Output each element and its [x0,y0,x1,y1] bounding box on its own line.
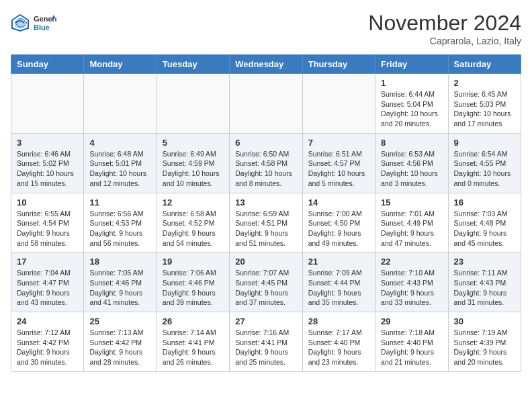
day-of-week-header: Friday [375,55,448,74]
day-info: Sunrise: 7:10 AM Sunset: 4:43 PM Dayligh… [381,268,442,308]
day-number: 15 [381,197,442,208]
day-number: 11 [89,197,150,208]
day-number: 25 [89,316,150,326]
calendar-day-cell: 16Sunrise: 7:03 AM Sunset: 4:48 PM Dayli… [448,193,521,253]
calendar-day-cell: 28Sunrise: 7:17 AM Sunset: 4:40 PM Dayli… [302,312,375,372]
day-info: Sunrise: 7:13 AM Sunset: 4:42 PM Dayligh… [89,328,150,367]
day-info: Sunrise: 6:56 AM Sunset: 4:53 PM Dayligh… [89,209,150,248]
calendar-day-cell: 15Sunrise: 7:01 AM Sunset: 4:49 PM Dayli… [375,193,448,253]
day-info: Sunrise: 6:53 AM Sunset: 4:56 PM Dayligh… [381,149,442,189]
calendar-day-cell: 9Sunrise: 6:54 AM Sunset: 4:55 PM Daylig… [448,133,521,193]
day-number: 3 [17,138,78,148]
day-info: Sunrise: 7:05 AM Sunset: 4:46 PM Dayligh… [89,268,150,308]
logo-text: General Blue [32,11,56,35]
svg-text:General: General [34,15,56,23]
logo-icon [11,13,30,32]
calendar-week-row: 1Sunrise: 6:44 AM Sunset: 5:04 PM Daylig… [11,74,521,134]
calendar-day-cell [84,74,157,134]
day-of-week-header: Wednesday [230,55,302,74]
day-of-week-header: Thursday [302,55,375,74]
calendar-day-cell: 30Sunrise: 7:19 AM Sunset: 4:39 PM Dayli… [448,312,521,372]
calendar-day-cell: 7Sunrise: 6:51 AM Sunset: 4:57 PM Daylig… [302,133,375,193]
day-info: Sunrise: 7:11 AM Sunset: 4:43 PM Dayligh… [454,268,515,308]
day-number: 5 [163,138,224,148]
calendar-week-row: 17Sunrise: 7:04 AM Sunset: 4:47 PM Dayli… [11,253,521,312]
calendar-week-row: 3Sunrise: 6:46 AM Sunset: 5:02 PM Daylig… [11,133,521,193]
calendar-day-cell: 14Sunrise: 7:00 AM Sunset: 4:50 PM Dayli… [302,193,375,253]
calendar-day-cell: 23Sunrise: 7:11 AM Sunset: 4:43 PM Dayli… [448,253,521,312]
day-number: 6 [235,138,296,148]
day-info: Sunrise: 6:45 AM Sunset: 5:03 PM Dayligh… [454,89,515,129]
day-info: Sunrise: 6:55 AM Sunset: 4:54 PM Dayligh… [17,209,78,248]
day-number: 26 [163,316,224,326]
day-info: Sunrise: 7:07 AM Sunset: 4:45 PM Dayligh… [235,268,296,308]
day-info: Sunrise: 6:58 AM Sunset: 4:52 PM Dayligh… [163,209,224,248]
calendar-day-cell [230,74,302,134]
day-number: 14 [308,197,369,208]
calendar-day-cell [157,74,229,134]
calendar-day-cell: 12Sunrise: 6:58 AM Sunset: 4:52 PM Dayli… [157,193,229,253]
calendar-day-cell: 20Sunrise: 7:07 AM Sunset: 4:45 PM Dayli… [230,253,302,312]
calendar-day-cell: 27Sunrise: 7:16 AM Sunset: 4:41 PM Dayli… [230,312,302,372]
day-number: 17 [17,257,78,267]
calendar-day-cell: 5Sunrise: 6:49 AM Sunset: 4:59 PM Daylig… [157,133,229,193]
day-number: 20 [235,257,296,267]
day-info: Sunrise: 7:18 AM Sunset: 4:40 PM Dayligh… [381,328,442,367]
day-info: Sunrise: 6:59 AM Sunset: 4:51 PM Dayligh… [235,209,296,248]
day-info: Sunrise: 7:12 AM Sunset: 4:42 PM Dayligh… [17,328,78,367]
day-info: Sunrise: 7:19 AM Sunset: 4:39 PM Dayligh… [454,328,515,367]
day-info: Sunrise: 7:16 AM Sunset: 4:41 PM Dayligh… [235,328,296,367]
calendar-day-cell: 3Sunrise: 6:46 AM Sunset: 5:02 PM Daylig… [11,133,84,193]
svg-text:Blue: Blue [34,24,50,32]
calendar-day-cell: 25Sunrise: 7:13 AM Sunset: 4:42 PM Dayli… [84,312,157,372]
day-number: 18 [89,257,150,267]
day-number: 10 [17,197,78,208]
calendar-day-cell: 22Sunrise: 7:10 AM Sunset: 4:43 PM Dayli… [375,253,448,312]
day-number: 23 [454,257,515,267]
calendar-day-cell [302,74,375,134]
day-number: 8 [381,138,442,148]
day-number: 29 [381,316,442,326]
day-info: Sunrise: 6:54 AM Sunset: 4:55 PM Dayligh… [454,149,515,189]
calendar-day-cell: 21Sunrise: 7:09 AM Sunset: 4:44 PM Dayli… [302,253,375,312]
day-of-week-header: Tuesday [157,55,229,74]
logo: General Blue [11,11,56,35]
calendar-day-cell: 4Sunrise: 6:48 AM Sunset: 5:01 PM Daylig… [84,133,157,193]
page-header: General Blue November 2024 Caprarola, La… [11,11,521,46]
day-number: 2 [454,78,515,88]
day-number: 27 [235,316,296,326]
day-info: Sunrise: 6:44 AM Sunset: 5:04 PM Dayligh… [381,89,442,129]
day-number: 9 [454,138,515,148]
calendar-week-row: 24Sunrise: 7:12 AM Sunset: 4:42 PM Dayli… [11,312,521,372]
day-of-week-header: Monday [84,55,157,74]
day-info: Sunrise: 7:09 AM Sunset: 4:44 PM Dayligh… [308,268,369,308]
day-number: 16 [454,197,515,208]
calendar-day-cell: 26Sunrise: 7:14 AM Sunset: 4:41 PM Dayli… [157,312,229,372]
day-info: Sunrise: 7:03 AM Sunset: 4:48 PM Dayligh… [454,209,515,248]
calendar-day-cell: 24Sunrise: 7:12 AM Sunset: 4:42 PM Dayli… [11,312,84,372]
day-info: Sunrise: 7:04 AM Sunset: 4:47 PM Dayligh… [17,268,78,308]
logo-graphic: General Blue [32,11,56,35]
day-number: 13 [235,197,296,208]
day-number: 1 [381,78,442,88]
day-number: 12 [163,197,224,208]
day-number: 22 [381,257,442,267]
calendar-day-cell: 10Sunrise: 6:55 AM Sunset: 4:54 PM Dayli… [11,193,84,253]
day-number: 19 [163,257,224,267]
calendar-day-cell: 8Sunrise: 6:53 AM Sunset: 4:56 PM Daylig… [375,133,448,193]
day-info: Sunrise: 6:48 AM Sunset: 5:01 PM Dayligh… [89,149,150,189]
day-of-week-header: Sunday [11,55,84,74]
calendar-day-cell: 2Sunrise: 6:45 AM Sunset: 5:03 PM Daylig… [448,74,521,134]
calendar-day-cell [11,74,84,134]
day-number: 7 [308,138,369,148]
day-info: Sunrise: 7:17 AM Sunset: 4:40 PM Dayligh… [308,328,369,367]
day-info: Sunrise: 6:46 AM Sunset: 5:02 PM Dayligh… [17,149,78,189]
calendar-table: SundayMondayTuesdayWednesdayThursdayFrid… [11,54,521,372]
day-info: Sunrise: 7:14 AM Sunset: 4:41 PM Dayligh… [163,328,224,367]
day-info: Sunrise: 7:06 AM Sunset: 4:46 PM Dayligh… [163,268,224,308]
month-title: November 2024 [368,11,521,36]
calendar-day-cell: 17Sunrise: 7:04 AM Sunset: 4:47 PM Dayli… [11,253,84,312]
day-info: Sunrise: 6:51 AM Sunset: 4:57 PM Dayligh… [308,149,369,189]
day-info: Sunrise: 7:01 AM Sunset: 4:49 PM Dayligh… [381,209,442,248]
day-number: 30 [454,316,515,326]
